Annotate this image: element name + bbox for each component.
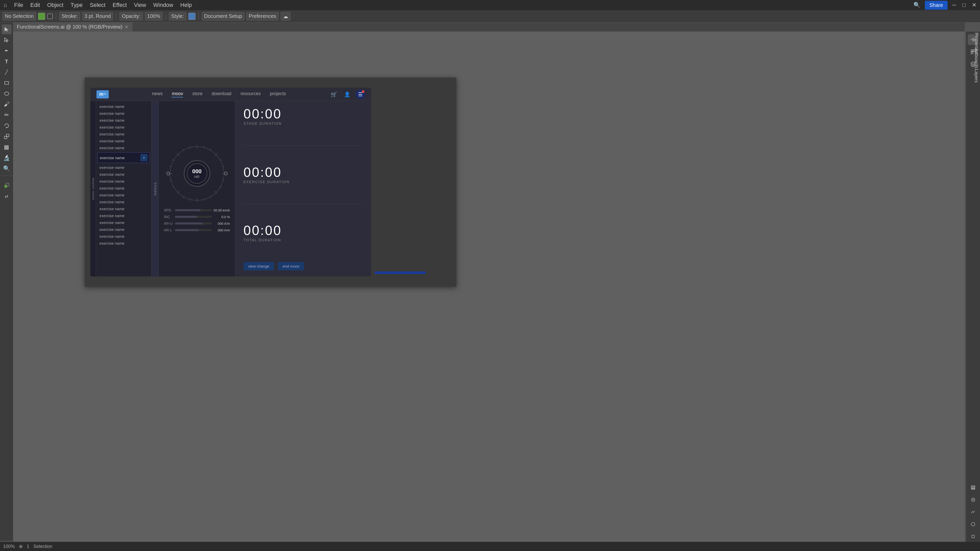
menu-object[interactable]: Object	[46, 2, 65, 8]
direct-select-tool[interactable]	[2, 35, 11, 45]
ellipse-tool[interactable]	[2, 89, 11, 98]
svg-rect-2	[5, 82, 8, 84]
menu-window[interactable]: Window	[151, 2, 175, 8]
selected-exercise-item[interactable]: exercise name ›	[97, 152, 150, 163]
zoom-level[interactable]: 100%	[3, 544, 15, 549]
nav-link-projects[interactable]: projects	[270, 91, 286, 97]
exercise-list-bottom-item[interactable]: exercise name	[97, 219, 150, 226]
toolbar-sep-1	[56, 13, 56, 20]
menu-icon-btn[interactable]: ☰	[356, 90, 365, 99]
exercise-list-bottom-item[interactable]: exercise name	[97, 233, 150, 240]
document-setup-btn[interactable]: Document Setup	[202, 12, 245, 21]
exercise-list-bottom-item[interactable]: exercise name	[97, 205, 150, 212]
document-tab[interactable]: FunctionalScreens.ai @ 100 % (RGB/Previe…	[13, 22, 132, 32]
exercise-list-bottom-item[interactable]: exercise name	[97, 171, 150, 178]
exercise-list-top-item[interactable]: exercise name	[97, 117, 150, 124]
window-close-icon[interactable]: ✕	[970, 2, 978, 8]
exercise-list-bottom-item[interactable]: exercise name	[97, 240, 150, 247]
nav-link-store[interactable]: store	[192, 91, 202, 97]
exercise-list-top-item[interactable]: exercise name	[97, 124, 150, 130]
selection-label: Selection	[33, 544, 52, 549]
layers-panel-label[interactable]: Layers	[974, 69, 979, 83]
panel-icon-4[interactable]	[968, 519, 978, 530]
line-tool[interactable]: ╱	[2, 67, 11, 77]
gauge-right-indicator	[224, 171, 228, 175]
menu-edit[interactable]: Edit	[29, 2, 41, 8]
metric-value: 000 A/m	[213, 222, 230, 225]
opacity-value[interactable]: 100%	[145, 12, 162, 21]
nav-link-resources[interactable]: resources	[241, 91, 261, 97]
doc-tab-close-icon[interactable]: ✕	[124, 24, 128, 30]
fill-stroke-indicator[interactable]	[2, 181, 11, 190]
svg-point-3	[4, 92, 9, 95]
cart-icon-btn[interactable]: 🛒	[329, 90, 339, 99]
logo-text: m~	[99, 92, 106, 97]
exercise-list-bottom-item[interactable]: exercise name	[97, 178, 150, 185]
exercise-list-bottom-item[interactable]: exercise name	[97, 198, 150, 205]
main-content: moov routine exercise nameexercise namee…	[90, 101, 371, 276]
panel-icon-2[interactable]	[968, 494, 978, 505]
menu-select[interactable]: Select	[88, 2, 107, 8]
exercise-list-top-item[interactable]: exercise name	[97, 144, 150, 151]
bottom-accent-bar	[375, 272, 426, 274]
end-moov-button[interactable]: end moov	[278, 262, 304, 270]
metric-label: AR-L	[164, 228, 173, 232]
type-tool[interactable]: T	[2, 57, 11, 66]
metrics-sidebar: metrics	[151, 101, 159, 276]
app-icon[interactable]: ⌂	[2, 2, 8, 8]
eyedropper-tool[interactable]: 🔬	[2, 153, 11, 163]
exercise-list-bottom-item[interactable]: exercise name	[97, 192, 150, 198]
share-button[interactable]: Share	[925, 1, 948, 10]
panel-icon-3[interactable]	[968, 507, 978, 517]
user-icon-btn[interactable]: 👤	[342, 90, 352, 99]
scale-tool[interactable]	[2, 132, 11, 141]
menu-view[interactable]: View	[132, 2, 148, 8]
swap-fill-stroke[interactable]: ⇄	[2, 191, 11, 201]
style-color[interactable]	[188, 13, 196, 20]
page-number: 1	[27, 544, 29, 549]
stroke-value[interactable]: 3 pt. Round	[82, 12, 113, 21]
exercise-arrow-btn[interactable]: ›	[140, 154, 148, 161]
search-icon[interactable]: 🔍	[912, 2, 922, 8]
metric-row: AR-U 000 A/m	[164, 221, 230, 225]
exercise-list-top-item[interactable]: exercise name	[97, 138, 150, 144]
pencil-tool[interactable]: ✏	[2, 110, 11, 120]
nav-link-download[interactable]: download	[212, 91, 231, 97]
stroke-color-swatch[interactable]	[47, 14, 53, 19]
window-min-icon[interactable]: ─	[951, 2, 958, 8]
zoom-tool[interactable]: 🔍	[2, 164, 11, 173]
metric-bar-fill	[175, 216, 197, 218]
panel-icon-5[interactable]	[968, 531, 978, 542]
panel-icon-1[interactable]	[968, 482, 978, 493]
rect-tool[interactable]	[2, 78, 11, 88]
properties-panel-label[interactable]: Properties	[974, 33, 979, 54]
svg-marker-1	[5, 38, 8, 42]
exercise-list-top-item[interactable]: exercise name	[97, 110, 150, 117]
toolbar-sep-2	[116, 13, 116, 20]
nav-link-moov[interactable]: moov	[172, 91, 183, 97]
menu-type[interactable]: Type	[69, 2, 84, 8]
exercise-list-bottom-item[interactable]: exercise name	[97, 226, 150, 233]
menu-file[interactable]: File	[13, 2, 24, 8]
fill-color-swatch[interactable]	[38, 13, 45, 20]
window-max-icon[interactable]: □	[961, 2, 967, 8]
metric-value: 0.0 %	[213, 215, 230, 219]
view-change-button[interactable]: view change	[243, 262, 274, 270]
cloud-icon[interactable]: ☁	[281, 12, 290, 21]
menu-help[interactable]: Help	[179, 2, 193, 8]
exercise-list-bottom-item[interactable]: exercise name	[97, 212, 150, 219]
select-tool[interactable]	[2, 24, 11, 34]
nav-link-news[interactable]: news	[152, 91, 162, 97]
menu-effect[interactable]: Effect	[111, 2, 128, 8]
exercise-list-top-item[interactable]: exercise name	[97, 130, 150, 138]
rotate-tool[interactable]	[2, 121, 11, 130]
metric-row: INC 0.0 %	[164, 215, 230, 219]
pen-tool[interactable]: ✒	[2, 46, 11, 56]
exercise-list-bottom-item[interactable]: exercise name	[97, 164, 150, 171]
gauge-left-indicator	[166, 171, 170, 175]
exercise-list-top-item[interactable]: exercise name	[97, 103, 150, 110]
preferences-btn[interactable]: Preferences	[247, 12, 279, 21]
gradient-tool[interactable]: ▦	[2, 142, 11, 152]
brush-tool[interactable]: 🖌	[2, 100, 11, 109]
exercise-list-bottom-item[interactable]: exercise name	[97, 185, 150, 192]
